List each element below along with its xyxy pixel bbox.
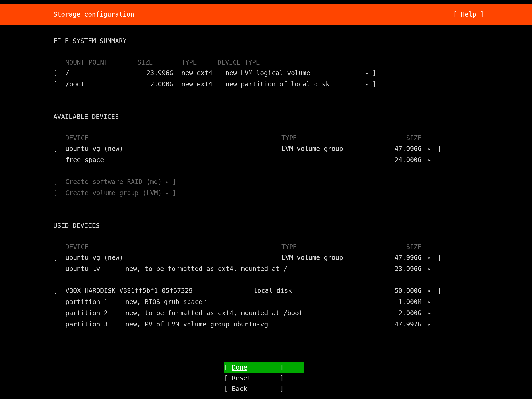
- fs-type: new ext4: [181, 68, 225, 78]
- available-device-row[interactable]: free space24.000G▸: [53, 155, 532, 166]
- done-button[interactable]: [ Done]: [224, 362, 304, 373]
- action-label: Create volume group (LVM): [65, 189, 162, 197]
- partition-desc: new, PV of LVM volume group ubuntu-vg: [125, 319, 382, 330]
- button-label: Reset: [232, 373, 280, 384]
- device-name: VBOX_HARDDISK_VB91ff5bf1-05f57329: [65, 285, 253, 296]
- device-name: ubuntu-vg (new): [65, 143, 281, 154]
- bracket-open-icon: [: [224, 374, 228, 382]
- bracket-open-icon: [: [53, 252, 65, 263]
- available-heading: AVAILABLE DEVICES: [53, 111, 532, 122]
- partition-desc: new, to be formatted as ext4, mounted at…: [125, 308, 382, 318]
- reset-button[interactable]: [ Reset]: [224, 373, 304, 384]
- device-size: 47.996G: [382, 252, 422, 263]
- page-title: Storage configuration: [53, 4, 134, 25]
- partition-size: 2.000G: [382, 308, 422, 318]
- fs-mount: /: [65, 68, 137, 78]
- bracket-close-icon: ]: [280, 364, 284, 371]
- button-label: Done: [232, 364, 247, 371]
- partition-name: partition 1: [65, 297, 125, 307]
- bracket-close-icon: ]: [372, 68, 376, 78]
- chevron-right-icon: ▸: [428, 288, 431, 293]
- fs-dtype: new LVM logical volume: [225, 68, 366, 78]
- used-device-row[interactable]: [ubuntu-vg (new)LVM volume group47.996G▸…: [53, 252, 532, 264]
- bracket-close-icon: ]: [280, 374, 284, 382]
- col-dtype: DEVICE TYPE: [217, 57, 358, 68]
- bracket-open-icon: [: [224, 364, 228, 371]
- partition-name: partition 2: [65, 308, 125, 318]
- chevron-right-icon: ▸: [428, 157, 431, 163]
- fs-mount: /boot: [65, 79, 137, 90]
- col-size: SIZE: [137, 57, 173, 68]
- col-device: DEVICE: [65, 242, 281, 252]
- bracket-open-icon: [: [224, 385, 228, 393]
- used-partition-row[interactable]: partition 1new, BIOS grub spacer1.000M▸: [53, 297, 532, 308]
- create-lvm-button[interactable]: [Create volume group (LVM) ▸ ]: [53, 188, 532, 199]
- bracket-close-icon: ]: [438, 252, 441, 263]
- used-partition-row[interactable]: partition 3new, PV of LVM volume group u…: [53, 319, 532, 330]
- partition-desc: new, to be formatted as ext4, mounted at…: [125, 264, 382, 274]
- chevron-right-icon: ▸: [428, 146, 431, 151]
- fs-size: 23.996G: [137, 68, 173, 78]
- bracket-close-icon: ]: [372, 79, 376, 90]
- partition-size: 23.996G: [382, 264, 422, 274]
- create-raid-button[interactable]: [Create software RAID (md) ▸ ]: [53, 177, 532, 188]
- used-heading: USED DEVICES: [53, 220, 532, 231]
- button-label: Back: [232, 384, 280, 394]
- bracket-open-icon: [: [53, 285, 65, 296]
- bracket-open-icon: [: [53, 188, 65, 198]
- device-name: ubuntu-vg (new): [65, 252, 281, 263]
- device-size: 50.000G: [382, 285, 422, 296]
- bracket-close-icon: ]: [172, 177, 176, 187]
- available-device-row[interactable]: [ubuntu-vg (new)LVM volume group47.996G▸…: [53, 143, 532, 155]
- chevron-right-icon: ▸: [428, 255, 431, 260]
- title-bar: Storage configuration [ Help ]: [0, 4, 532, 25]
- bracket-close-icon: ]: [438, 285, 441, 296]
- fs-summary-heading: FILE SYSTEM SUMMARY: [53, 36, 532, 46]
- fs-size: 2.000G: [137, 79, 173, 90]
- bracket-close-icon: ]: [172, 188, 176, 198]
- partition-size: 47.997G: [382, 319, 422, 330]
- action-label: Create software RAID (md): [65, 178, 162, 186]
- chevron-right-icon: ▸: [366, 81, 368, 87]
- help-button[interactable]: [ Help ]: [453, 4, 484, 25]
- col-type: TYPE: [281, 133, 382, 143]
- bracket-open-icon: [: [53, 177, 65, 187]
- partition-desc: new, BIOS grub spacer: [125, 297, 382, 307]
- chevron-right-icon: ▸: [366, 70, 368, 76]
- bracket-close-icon: ]: [280, 385, 284, 393]
- chevron-right-icon: ▸: [428, 310, 431, 316]
- col-type: TYPE: [281, 242, 382, 252]
- chevron-right-icon: ▸: [428, 266, 431, 272]
- col-size: SIZE: [382, 133, 422, 143]
- col-type: TYPE: [173, 57, 217, 68]
- fs-row[interactable]: [/boot2.000Gnew ext4new partition of loc…: [53, 79, 532, 90]
- back-button[interactable]: [ Back]: [224, 384, 304, 394]
- device-type: local disk: [253, 285, 382, 296]
- device-size: 24.000G: [382, 155, 422, 165]
- chevron-right-icon: ▸: [166, 190, 169, 196]
- chevron-right-icon: ▸: [428, 321, 431, 327]
- bracket-open-icon: [: [53, 68, 65, 78]
- device-type: LVM volume group: [281, 143, 382, 154]
- col-mount: MOUNT POINT: [65, 57, 137, 68]
- fs-row[interactable]: [/23.996Gnew ext4new LVM logical volume▸…: [53, 68, 532, 79]
- bracket-open-icon: [: [53, 79, 65, 90]
- fs-type: new ext4: [181, 79, 225, 90]
- partition-name: partition 3: [65, 319, 125, 330]
- chevron-right-icon: ▸: [428, 299, 431, 305]
- bracket-close-icon: ]: [438, 143, 441, 154]
- used-partition-row[interactable]: partition 2new, to be formatted as ext4,…: [53, 308, 532, 319]
- used-header-row: DEVICETYPESIZE: [53, 242, 532, 252]
- used-partition-row[interactable]: ubuntu-lvnew, to be formatted as ext4, m…: [53, 264, 532, 275]
- col-device: DEVICE: [65, 133, 281, 143]
- available-header-row: DEVICETYPESIZE: [53, 133, 532, 143]
- col-size: SIZE: [382, 242, 422, 252]
- fs-summary-header-row: MOUNT POINTSIZETYPEDEVICE TYPE: [53, 57, 532, 68]
- device-type: LVM volume group: [281, 252, 382, 263]
- partition-name: ubuntu-lv: [65, 264, 125, 274]
- bracket-open-icon: [: [53, 143, 65, 154]
- used-device-row[interactable]: [VBOX_HARDDISK_VB91ff5bf1-05f57329local …: [53, 285, 532, 297]
- partition-size: 1.000M: [382, 297, 422, 307]
- fs-dtype: new partition of local disk: [225, 79, 366, 90]
- device-size: 47.996G: [382, 143, 422, 154]
